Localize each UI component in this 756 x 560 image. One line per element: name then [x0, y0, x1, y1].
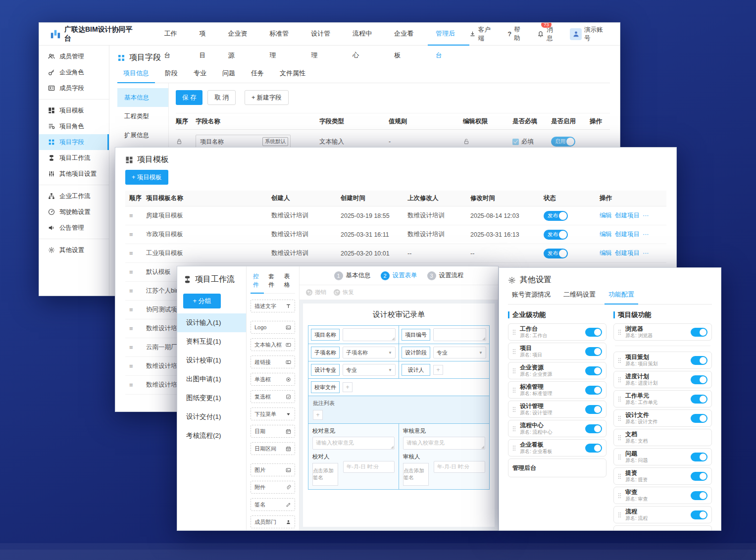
- sidebar-item[interactable]: 项目字段: [39, 134, 109, 150]
- fields-section-item[interactable]: 基本信息: [117, 88, 168, 107]
- palette-control[interactable]: 超链接: [251, 356, 295, 368]
- account-menu[interactable]: 演示账号: [570, 26, 609, 43]
- new-field-button[interactable]: + 新建字段: [245, 90, 289, 105]
- feature-toggle[interactable]: [585, 405, 602, 414]
- add-annotation-button[interactable]: +: [313, 410, 323, 420]
- drag-handle-icon[interactable]: ≡: [129, 362, 133, 370]
- create-project-link[interactable]: 创建项目: [615, 231, 640, 238]
- create-project-link[interactable]: 创建项目: [615, 250, 640, 256]
- reviewer-signature-box[interactable]: 点击添加签名: [403, 463, 429, 486]
- redo-button[interactable]: 恢复: [333, 289, 354, 296]
- palette-control[interactable]: 附件: [251, 481, 295, 494]
- review-opinion-textarea[interactable]: 请输入校审意见: [403, 437, 485, 450]
- brand[interactable]: 广联达BIM设计协同平台: [50, 25, 139, 43]
- create-project-link[interactable]: 创建项目: [615, 212, 640, 219]
- messages-button[interactable]: 消息 73: [537, 26, 559, 43]
- drag-handle-icon[interactable]: ≡: [129, 325, 133, 332]
- palette-control[interactable]: 描述文字: [251, 300, 295, 312]
- drag-dots-icon[interactable]: [618, 415, 621, 421]
- feature-toggle[interactable]: [585, 424, 602, 433]
- feature-toggle[interactable]: [691, 328, 707, 337]
- palette-control[interactable]: 下拉菜单: [251, 407, 295, 420]
- drag-dots-icon[interactable]: [512, 329, 516, 335]
- feature-toggle[interactable]: [585, 386, 602, 395]
- palette-tab[interactable]: 控件: [251, 272, 264, 294]
- edit-link[interactable]: 编辑: [600, 212, 612, 219]
- help-button[interactable]: ? 帮助: [507, 26, 526, 43]
- workflow-item[interactable]: 出图申请(1): [177, 370, 246, 389]
- fields-section-item[interactable]: 工程类型: [117, 107, 168, 126]
- palette-control[interactable]: Logo: [251, 321, 295, 334]
- nav-menu-item[interactable]: 管理后台: [428, 23, 469, 46]
- feature-toggle[interactable]: [691, 356, 707, 365]
- sidebar-item[interactable]: 公告管理: [39, 220, 109, 236]
- add-template-button[interactable]: + 项目模板: [125, 170, 168, 185]
- check-date-input[interactable]: 年-月-日 时:分: [343, 461, 395, 473]
- drag-dots-icon[interactable]: [512, 407, 516, 412]
- publish-toggle[interactable]: 发布: [544, 211, 568, 221]
- drag-handle-icon[interactable]: ≡: [129, 287, 133, 295]
- drag-handle-icon[interactable]: ≡: [129, 344, 133, 351]
- undo-button[interactable]: 撤销: [305, 289, 326, 296]
- major-select[interactable]: 专业▼: [343, 364, 396, 376]
- drag-dots-icon[interactable]: [512, 387, 516, 393]
- drag-dots-icon[interactable]: [618, 329, 621, 335]
- drag-handle-icon[interactable]: ≡: [129, 250, 133, 257]
- palette-control[interactable]: 签名: [251, 498, 295, 511]
- feature-toggle[interactable]: [585, 366, 602, 375]
- sidebar-item[interactable]: 其他项目设置: [39, 166, 109, 182]
- workflow-item[interactable]: 图纸变更(1): [177, 389, 246, 407]
- palette-tab[interactable]: 套件: [266, 272, 279, 294]
- drag-dots-icon[interactable]: [618, 377, 621, 383]
- fields-tab[interactable]: 阶段: [159, 69, 184, 83]
- settings-tab[interactable]: 二维码设置: [559, 290, 600, 305]
- sidebar-item[interactable]: 其他设置: [39, 242, 109, 258]
- review-date-input[interactable]: 年-月-日 时:分: [434, 461, 485, 473]
- drag-dots-icon[interactable]: [618, 512, 621, 518]
- stage-select[interactable]: 专业▼: [433, 347, 486, 358]
- more-link[interactable]: ···: [643, 231, 649, 238]
- feature-toggle[interactable]: [691, 472, 707, 481]
- palette-tab[interactable]: 表格: [282, 272, 295, 294]
- check-opinion-textarea[interactable]: 请输入校审意见: [312, 437, 395, 450]
- sidebar-item[interactable]: 驾驶舱设置: [39, 204, 109, 220]
- workflow-item[interactable]: 设计输入(1): [177, 313, 246, 332]
- required-checkbox[interactable]: 必填: [512, 138, 551, 146]
- drag-dots-icon[interactable]: [512, 349, 516, 355]
- nav-menu-item[interactable]: 工作台: [156, 23, 191, 46]
- feature-toggle[interactable]: [691, 414, 707, 423]
- nav-menu-item[interactable]: 企业看板: [386, 23, 428, 46]
- sidebar-item[interactable]: 成员字段: [39, 80, 109, 96]
- checker-signature-box[interactable]: 点击添加签名: [312, 463, 338, 486]
- drag-handle-icon[interactable]: ≡: [129, 231, 133, 238]
- palette-control[interactable]: 文本输入框: [251, 338, 295, 351]
- client-download-button[interactable]: 客户端: [469, 26, 497, 43]
- designer-step[interactable]: 1 基本信息: [334, 271, 371, 280]
- sidebar-item[interactable]: 成员管理: [39, 49, 109, 64]
- save-button[interactable]: 保 存: [176, 90, 202, 105]
- sidebar-item[interactable]: 企业工作流: [39, 188, 109, 204]
- drag-handle-icon[interactable]: ≡: [129, 306, 133, 313]
- feature-toggle[interactable]: [691, 395, 707, 404]
- settings-tab[interactable]: 账号资源情况: [508, 290, 554, 305]
- add-review-file-button[interactable]: +: [343, 382, 353, 392]
- nav-menu-item[interactable]: 标准管理: [261, 23, 303, 46]
- nav-menu-item[interactable]: 设计管理: [303, 23, 345, 46]
- feature-toggle[interactable]: [585, 347, 602, 356]
- fields-section-item[interactable]: 扩展信息: [117, 126, 168, 145]
- drag-dots-icon[interactable]: [512, 368, 516, 374]
- nav-menu-item[interactable]: 流程中心: [345, 23, 386, 46]
- palette-control[interactable]: 复选框: [251, 390, 295, 403]
- drag-dots-icon[interactable]: [618, 454, 621, 460]
- fields-tab[interactable]: 专业: [188, 69, 212, 83]
- field-name-input[interactable]: 项目名称 系统默认: [196, 135, 291, 149]
- drag-dots-icon[interactable]: [618, 493, 621, 499]
- feature-toggle[interactable]: [691, 375, 707, 384]
- designer-step[interactable]: 3 设置流程: [427, 271, 464, 280]
- edit-link[interactable]: 编辑: [600, 250, 612, 256]
- nav-menu-item[interactable]: 企业资源: [220, 23, 261, 46]
- fields-tab[interactable]: 问题: [216, 69, 241, 83]
- drag-dots-icon[interactable]: [512, 426, 516, 432]
- sidebar-item[interactable]: 项目模板: [39, 102, 109, 118]
- drag-handle-icon[interactable]: ≡: [129, 212, 133, 219]
